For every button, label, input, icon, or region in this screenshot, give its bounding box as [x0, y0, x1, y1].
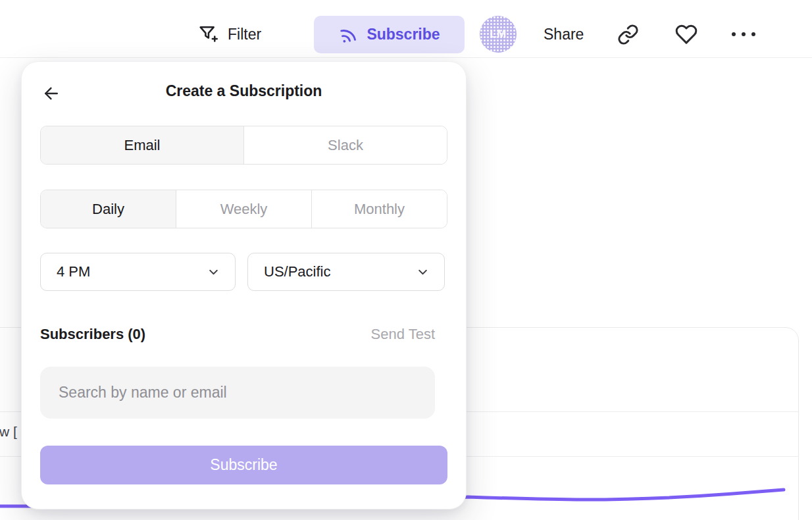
chevron-down-icon: [416, 265, 430, 279]
send-test-button[interactable]: Send Test: [371, 326, 435, 343]
rss-icon: [338, 25, 358, 45]
frequency-tabs: Daily Weekly Monthly: [40, 190, 447, 228]
share-button[interactable]: Share: [544, 17, 584, 51]
ellipsis-icon: [732, 32, 755, 36]
subscribe-button[interactable]: Subscribe: [314, 16, 465, 53]
time-select[interactable]: 4 PM: [40, 253, 236, 291]
heart-icon: [675, 23, 698, 45]
chevron-down-icon: [207, 265, 220, 279]
subscribers-row: Subscribers (0) Send Test: [40, 326, 435, 343]
modal-subscribe-button[interactable]: Subscribe: [40, 446, 447, 484]
filter-plus-icon: [197, 24, 218, 45]
copy-link-button[interactable]: [617, 17, 639, 51]
favorite-button[interactable]: [675, 17, 698, 51]
tab-daily[interactable]: Daily: [41, 190, 176, 228]
subscribe-label: Subscribe: [367, 26, 440, 43]
toolbar: Filter Subscribe LM Share: [0, 0, 812, 58]
filter-button[interactable]: Filter: [197, 17, 261, 51]
more-menu-button[interactable]: [732, 17, 755, 51]
filter-label: Filter: [228, 26, 261, 43]
channel-tabs: Email Slack: [40, 126, 447, 165]
tab-email[interactable]: Email: [41, 126, 243, 164]
time-select-value: 4 PM: [57, 263, 90, 280]
share-label: Share: [544, 26, 584, 43]
tab-slack[interactable]: Slack: [243, 126, 447, 164]
timezone-select[interactable]: US/Pacific: [247, 253, 445, 291]
modal-title: Create a Subscription: [22, 82, 466, 100]
tab-monthly[interactable]: Monthly: [311, 190, 447, 228]
link-icon: [617, 24, 639, 45]
timezone-select-value: US/Pacific: [264, 263, 330, 280]
subscriber-search-input[interactable]: [40, 367, 435, 419]
avatar[interactable]: LM: [480, 16, 517, 53]
avatar-initials: LM: [490, 28, 507, 41]
subscription-modal: Create a Subscription Email Slack Daily …: [21, 61, 467, 509]
tab-weekly[interactable]: Weekly: [176, 190, 311, 228]
subscribers-count-label: Subscribers (0): [40, 326, 145, 343]
